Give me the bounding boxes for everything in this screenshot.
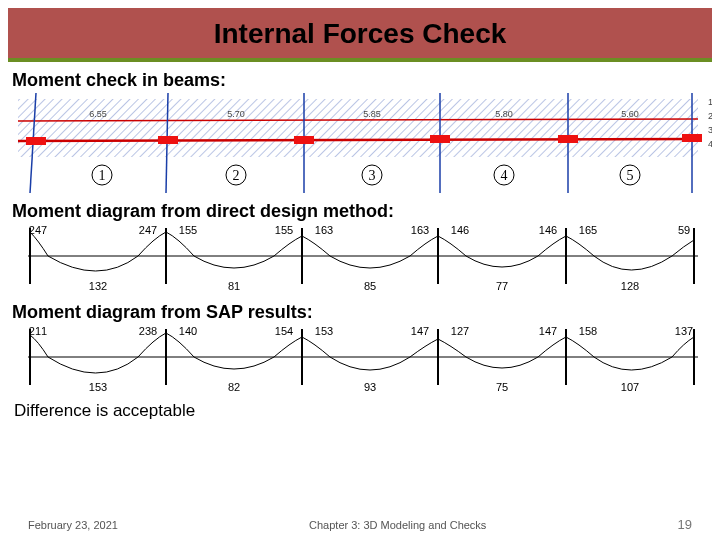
svg-rect-1 xyxy=(18,99,698,157)
svg-text:77: 77 xyxy=(496,280,508,292)
svg-text:128: 128 xyxy=(621,280,639,292)
svg-text:247: 247 xyxy=(29,224,47,236)
section-heading-3: Moment diagram from SAP results: xyxy=(0,294,720,325)
svg-text:5: 5 xyxy=(627,168,634,183)
svg-text:5.85: 5.85 xyxy=(363,109,381,119)
svg-text:163: 163 xyxy=(411,224,429,236)
footer-date: February 23, 2021 xyxy=(28,519,118,531)
svg-text:4: 4 xyxy=(708,139,712,149)
svg-text:165: 165 xyxy=(579,224,597,236)
svg-text:107: 107 xyxy=(621,381,639,393)
svg-text:82: 82 xyxy=(228,381,240,393)
svg-text:3: 3 xyxy=(369,168,376,183)
svg-text:127: 127 xyxy=(451,325,469,337)
svg-text:238: 238 xyxy=(139,325,157,337)
beam-plan-diagram: 6.55 5.70 5.85 5.80 5.60 1 2 3 4 5 1 2 3… xyxy=(0,93,720,193)
svg-text:154: 154 xyxy=(275,325,293,337)
svg-text:59: 59 xyxy=(678,224,690,236)
svg-text:75: 75 xyxy=(496,381,508,393)
svg-text:163: 163 xyxy=(315,224,333,236)
slide-title: Internal Forces Check xyxy=(8,8,712,62)
svg-text:155: 155 xyxy=(275,224,293,236)
svg-text:137: 137 xyxy=(675,325,693,337)
svg-text:2: 2 xyxy=(233,168,240,183)
svg-text:5.80: 5.80 xyxy=(495,109,513,119)
svg-text:5.70: 5.70 xyxy=(227,109,245,119)
svg-text:146: 146 xyxy=(451,224,469,236)
moment-diagram-direct: 247 247 155 155 163 163 146 146 165 59 1… xyxy=(0,224,720,294)
svg-text:132: 132 xyxy=(89,280,107,292)
footer-page-number: 19 xyxy=(678,517,692,532)
svg-text:147: 147 xyxy=(539,325,557,337)
svg-text:5.60: 5.60 xyxy=(621,109,639,119)
svg-text:81: 81 xyxy=(228,280,240,292)
section-heading-1: Moment check in beams: xyxy=(0,62,720,93)
svg-text:2: 2 xyxy=(708,111,712,121)
svg-text:146: 146 xyxy=(539,224,557,236)
svg-text:211: 211 xyxy=(29,325,47,337)
conclusion-text: Difference is acceptable xyxy=(0,395,720,427)
svg-text:247: 247 xyxy=(139,224,157,236)
svg-text:155: 155 xyxy=(179,224,197,236)
svg-text:1: 1 xyxy=(99,168,106,183)
svg-text:140: 140 xyxy=(179,325,197,337)
svg-text:3: 3 xyxy=(708,125,712,135)
svg-text:158: 158 xyxy=(579,325,597,337)
svg-text:153: 153 xyxy=(89,381,107,393)
svg-text:153: 153 xyxy=(315,325,333,337)
section-heading-2: Moment diagram from direct design method… xyxy=(0,193,720,224)
svg-text:93: 93 xyxy=(364,381,376,393)
svg-text:1: 1 xyxy=(708,97,712,107)
slide-footer: February 23, 2021 Chapter 3: 3D Modeling… xyxy=(0,517,720,532)
svg-text:6.55: 6.55 xyxy=(89,109,107,119)
svg-text:85: 85 xyxy=(364,280,376,292)
footer-chapter: Chapter 3: 3D Modeling and Checks xyxy=(309,519,486,531)
svg-text:4: 4 xyxy=(501,168,508,183)
svg-text:147: 147 xyxy=(411,325,429,337)
moment-diagram-sap: 211 238 140 154 153 147 127 147 158 137 … xyxy=(0,325,720,395)
